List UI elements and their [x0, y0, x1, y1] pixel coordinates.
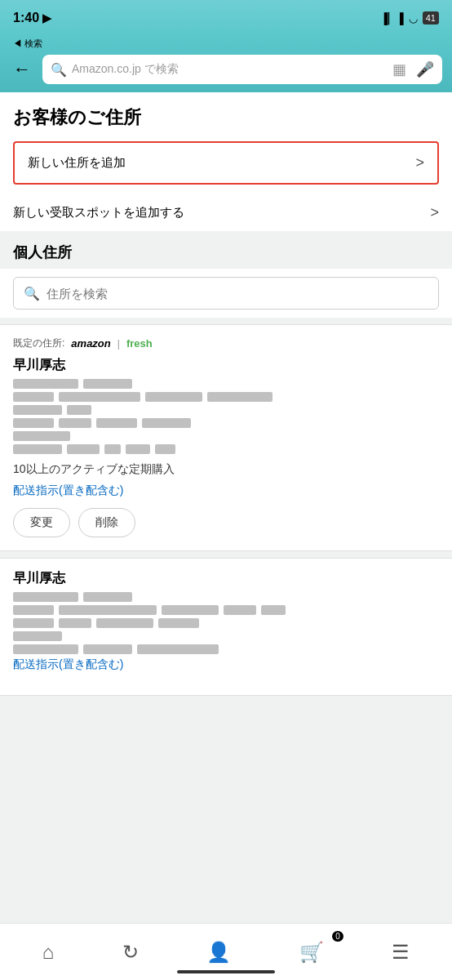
main-content: お客様のご住所 新しい住所を追加 > 新しい受取スポットを追加する > 個人住所… [0, 92, 452, 768]
address-search-field[interactable]: 🔍 [13, 277, 439, 310]
redacted-block [158, 618, 199, 628]
address-card-1: 既定の住所: amazon | fresh 早川厚志 [0, 324, 452, 551]
search-field-icon: 🔍 [24, 286, 40, 301]
redacted-block [142, 418, 191, 428]
nav-home[interactable]: ⌂ [29, 934, 68, 970]
cart-icon: 🛒 [299, 941, 324, 964]
search-placeholder: Amazon.co.jp で検索 [72, 62, 384, 77]
page-title-area: お客様のご住所 新しい住所を追加 > 新しい受取スポットを追加する > [0, 92, 452, 231]
redacted-block [83, 644, 132, 654]
redacted-block [59, 418, 91, 428]
bottom-indicator [177, 970, 275, 973]
change-button[interactable]: 変更 [13, 508, 70, 537]
back-label: ◀ 検索 [0, 36, 452, 50]
addr-line-1 [13, 379, 439, 389]
back-button[interactable]: ← [10, 56, 34, 83]
nav-activity[interactable]: ↻ [109, 934, 152, 970]
redacted-block [96, 618, 153, 628]
location-icon: ▶ [42, 11, 51, 24]
redacted-block [67, 405, 91, 415]
address-search-input[interactable] [47, 287, 428, 301]
redacted-block [83, 379, 132, 389]
nav-menu[interactable]: ☰ [379, 934, 423, 970]
status-time: 1:40 ▶ [13, 11, 51, 25]
nav-bar: ◀ 検索 ← 🔍 Amazon.co.jp で検索 ▦ 🎤 [0, 36, 452, 92]
section-header: 個人住所 [0, 231, 452, 269]
redacted-block [59, 605, 157, 615]
addr2-line-3 [13, 618, 439, 628]
section-title: 個人住所 [13, 244, 72, 261]
redacted-block [13, 379, 78, 389]
address-name-2: 早川厚志 [13, 570, 439, 587]
redacted-block [59, 618, 91, 628]
add-address-button[interactable]: 新しい住所を追加 > [13, 141, 439, 185]
nav-account[interactable]: 👤 [193, 934, 244, 970]
redacted-block [13, 431, 70, 441]
redacted-block [13, 618, 54, 628]
redacted-block [67, 444, 100, 454]
redacted-block [83, 592, 132, 602]
status-bar: 1:40 ▶ ▐▏▐ ◡ 41 [0, 0, 452, 36]
address-search-container: 🔍 [0, 269, 452, 318]
pickup-chevron-icon: > [430, 204, 439, 221]
redacted-block [13, 605, 54, 615]
mic-icon[interactable]: 🎤 [416, 60, 434, 78]
redacted-block [13, 405, 62, 415]
search-bar[interactable]: 🔍 Amazon.co.jp で検索 ▦ 🎤 [42, 55, 442, 84]
redacted-block [13, 631, 62, 641]
nav-cart[interactable]: 🛒 0 [286, 934, 337, 970]
camera-icon[interactable]: ▦ [392, 60, 406, 78]
default-label: 既定の住所: [13, 336, 64, 350]
default-badges: 既定の住所: amazon | fresh [13, 336, 439, 350]
address-card-2: 早川厚志 配送指示(置き配含む) [0, 558, 452, 696]
redacted-block [96, 418, 137, 428]
status-icons: ▐▏▐ ◡ 41 [380, 11, 439, 24]
battery-icon: 41 [423, 11, 439, 24]
redacted-block [13, 592, 78, 602]
addr-line-6 [13, 444, 439, 454]
redacted-block [137, 644, 219, 654]
menu-icon: ☰ [392, 941, 410, 964]
addr-line-2 [13, 392, 439, 402]
redacted-block [145, 392, 202, 402]
account-icon: 👤 [206, 941, 231, 964]
home-icon: ⌂ [42, 941, 55, 964]
page-title: お客様のご住所 [13, 105, 439, 130]
addr-line-4 [13, 418, 439, 428]
addr2-line-1 [13, 592, 439, 602]
search-icon: 🔍 [51, 62, 67, 78]
redacted-block [162, 605, 219, 615]
subscription-info: 10以上のアクティブな定期購入 [13, 462, 439, 477]
add-pickup-label: 新しい受取スポットを追加する [13, 205, 184, 220]
activity-icon: ↻ [122, 941, 139, 964]
fresh-badge: fresh [126, 337, 153, 350]
redacted-block [207, 392, 273, 402]
delete-button[interactable]: 削除 [78, 508, 135, 537]
chevron-right-icon: > [415, 154, 424, 172]
redacted-block [13, 418, 54, 428]
redacted-block [261, 605, 286, 615]
amazon-badge: amazon [71, 337, 110, 350]
redacted-block [104, 444, 121, 454]
redacted-block [13, 644, 78, 654]
redacted-block [126, 444, 150, 454]
add-address-label: 新しい住所を追加 [28, 155, 126, 171]
redacted-block [224, 605, 256, 615]
delivery-link-1[interactable]: 配送指示(置き配含む) [13, 483, 439, 498]
badge-divider: | [117, 338, 120, 350]
addr-line-3 [13, 405, 439, 415]
addr2-line-5 [13, 644, 439, 654]
action-buttons-1: 変更 削除 [13, 508, 439, 537]
time-display: 1:40 [13, 11, 39, 25]
redacted-block [59, 392, 140, 402]
redacted-block [155, 444, 175, 454]
address-name-1: 早川厚志 [13, 357, 439, 374]
signal-icon: ▐▏▐ [380, 12, 403, 24]
redacted-block [13, 392, 54, 402]
delivery-link-2[interactable]: 配送指示(置き配含む) [13, 657, 439, 672]
add-pickup-button[interactable]: 新しい受取スポットを追加する > [13, 194, 439, 221]
addr2-line-2 [13, 605, 439, 615]
addr2-line-4 [13, 631, 439, 641]
cart-count: 0 [332, 931, 343, 942]
redacted-block [13, 444, 62, 454]
